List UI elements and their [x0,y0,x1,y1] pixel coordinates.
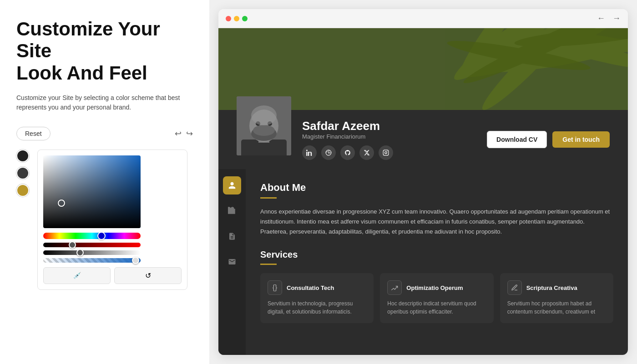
dot-minimize [234,16,239,21]
eyedropper-icon: 💉 [73,272,81,279]
dot-close [226,16,231,21]
green-thumb [76,249,84,256]
service-name-0: Consultatio Tech [287,284,334,291]
browser-nav: ← → [597,14,621,23]
color-picker-panel: 💉 ↺ [37,150,187,290]
svg-point-21 [385,152,387,154]
redo-button[interactable]: ↪ [186,129,193,139]
profile-avatar [237,96,291,155]
service-desc-2: Servitium hoc propositum habet ad conten… [507,299,606,316]
download-cv-button[interactable]: Download CV [487,131,547,148]
page-heading: Customize Your Site Look And Feel [16,18,193,84]
service-header-1: Optimizatio Operum [387,280,486,295]
profile-left: Safdar Azeem Magister Financiariorum [237,119,393,160]
alpha-slider[interactable] [43,258,141,263]
svg-point-22 [387,151,388,151]
service-name-1: Optimizatio Operum [406,284,463,291]
dot-maximize [242,16,248,21]
service-header-2: Scriptura Creativa [507,280,606,295]
reset-color-icon: ↺ [145,271,151,280]
profile-actions: Download CV Get in touch [487,131,610,148]
social-twitter[interactable] [359,145,374,160]
swatch-dark-gray[interactable] [16,167,29,180]
green-slider[interactable] [43,250,141,255]
undo-button[interactable]: ↩ [175,129,182,139]
subtitle-text: Customize your Site by selecting a color… [16,93,193,112]
service-icon-0: {} [268,280,282,295]
alpha-thumb [132,257,139,264]
profile-job-title: Magister Financiariorum [302,133,393,140]
svg-point-18 [251,105,277,125]
profile-section: Safdar Azeem Magister Financiariorum [218,110,628,169]
content-area: About Me Annos experientiae diversae in … [246,169,628,355]
nav-resume[interactable] [223,227,241,245]
service-card-0: {} Consultatio Tech Servitium in technol… [260,273,374,323]
about-section-title: About Me [260,182,613,194]
service-header-0: {} Consultatio Tech [268,280,366,295]
slider-row [43,243,182,263]
red-thumb [69,241,76,249]
toolbar-icons: ↩ ↪ [175,129,193,139]
about-text: Annos experientiae diversae in progressi… [260,207,613,237]
nav-about[interactable] [223,176,241,194]
browser-dots [226,16,248,21]
red-slider[interactable] [43,243,141,247]
services-grid: {} Consultatio Tech Servitium in technol… [260,273,613,323]
profile-info: Safdar Azeem Magister Financiariorum [302,119,393,160]
social-github[interactable] [340,145,355,160]
color-swatches [16,150,29,197]
alpha-overlay [43,258,141,263]
picker-cursor [58,199,65,207]
services-underline [260,264,277,265]
social-icons-row [302,145,393,160]
left-panel: Customize Your Site Look And Feel Custom… [0,0,209,364]
forward-button[interactable]: → [612,14,621,23]
nav-contact[interactable] [223,253,241,271]
browser-titlebar: ← → [218,9,628,28]
back-button[interactable]: ← [597,14,605,23]
gradient-canvas[interactable] [43,155,141,228]
palm-illustration [355,28,628,110]
social-instagram[interactable] [379,145,393,160]
services-section-title: Services [260,249,613,260]
profile-photo [237,96,291,155]
swatch-gold[interactable] [16,184,29,197]
social-dribbble[interactable] [321,145,336,160]
swatch-black[interactable] [16,150,29,162]
service-card-2: Scriptura Creativa Servitium hoc proposi… [500,273,613,323]
eyedropper-button[interactable]: 💉 [43,267,111,284]
hue-thumb [97,232,106,240]
service-desc-0: Servitium in technologia, progressu digi… [268,299,366,316]
nav-portfolio[interactable] [223,202,241,220]
color-picker-container: 💉 ↺ [16,150,193,290]
reset-button[interactable]: Reset [16,127,51,140]
reset-color-button[interactable]: ↺ [114,267,182,284]
service-card-1: Optimizatio Operum Hoc descriptio indica… [380,273,493,323]
toolbar-row: Reset ↩ ↪ [16,127,193,140]
service-icon-2 [507,280,522,295]
service-desc-1: Hoc descriptio indicat servitium quod op… [387,299,486,316]
hue-slider[interactable] [43,233,141,239]
svg-point-15 [253,125,275,136]
right-panel: ← → [209,0,637,364]
social-linkedin[interactable] [302,145,317,160]
browser-window: ← → [218,9,628,355]
profile-name: Safdar Azeem [302,119,393,133]
svg-rect-20 [383,150,389,155]
about-underline [260,197,277,199]
main-content-area: About Me Annos experientiae diversae in … [218,169,628,355]
service-icon-1 [387,280,402,295]
site-content: Safdar Azeem Magister Financiariorum [218,28,628,355]
picker-footer: 💉 ↺ [43,267,182,284]
get-in-touch-button[interactable]: Get in touch [552,131,610,148]
service-name-2: Scriptura Creativa [526,284,577,291]
sidebar-nav [218,169,246,355]
